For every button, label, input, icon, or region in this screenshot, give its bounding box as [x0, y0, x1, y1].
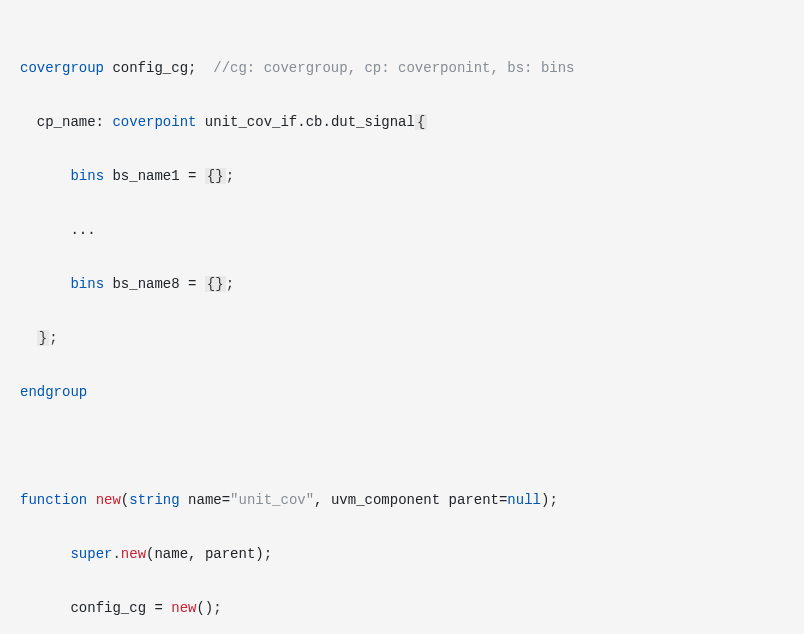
indent	[20, 600, 70, 616]
identifier: bs_name8 =	[104, 276, 205, 292]
code-line: covergroup config_cg; //cg: covergroup, …	[20, 55, 784, 82]
code-line: ...	[20, 217, 784, 244]
code-line: cp_name: coverpoint unit_cov_if.cb.dut_s…	[20, 109, 784, 136]
keyword-coverpoint: coverpoint	[112, 114, 196, 130]
code-line: endgroup	[20, 379, 784, 406]
comma: ,	[314, 492, 331, 508]
identifier: cp_name:	[37, 114, 113, 130]
identifier: bs_name1 =	[104, 168, 205, 184]
ellipsis: ...	[70, 222, 95, 238]
keyword-endgroup: endgroup	[20, 384, 87, 400]
indent	[20, 330, 37, 346]
keyword-super: super	[70, 546, 112, 562]
keyword-string: string	[129, 492, 179, 508]
code-line: super.new(name, parent);	[20, 541, 784, 568]
semicolon: ;	[226, 168, 234, 184]
string-literal: "unit_cov"	[230, 492, 314, 508]
semicolon: ;	[226, 276, 234, 292]
code-line: function new(string name="unit_cov", uvm…	[20, 487, 784, 514]
semicolon: ;	[213, 600, 221, 616]
identifier: config_cg =	[70, 600, 171, 616]
keyword-bins: bins	[70, 276, 104, 292]
semicolon: ;	[49, 330, 57, 346]
identifier: name, parent	[154, 546, 255, 562]
indent	[20, 222, 70, 238]
code-line: config_cg = new();	[20, 595, 784, 622]
code-line-empty	[20, 433, 784, 460]
code-block: covergroup config_cg; //cg: covergroup, …	[20, 28, 784, 634]
paren-open: (	[121, 492, 129, 508]
keyword-new: new	[121, 546, 146, 562]
brace-close: }	[37, 330, 49, 346]
braces: {}	[205, 276, 226, 292]
code-line: bins bs_name8 = {};	[20, 271, 784, 298]
indent	[20, 546, 70, 562]
keyword-bins: bins	[70, 168, 104, 184]
keyword-new: new	[171, 600, 196, 616]
code-line: bins bs_name1 = {};	[20, 163, 784, 190]
braces: {}	[205, 168, 226, 184]
semicolon: ;	[549, 492, 557, 508]
identifier: config_cg	[104, 60, 188, 76]
keyword-function: function	[20, 492, 87, 508]
indent	[20, 114, 37, 130]
identifier: name=	[180, 492, 230, 508]
dot: .	[112, 546, 120, 562]
identifier: uvm_component parent=	[331, 492, 507, 508]
space	[87, 492, 95, 508]
parens: ()	[196, 600, 213, 616]
semicolon: ;	[264, 546, 272, 562]
indent	[20, 168, 70, 184]
keyword-new: new	[96, 492, 121, 508]
paren-close: )	[255, 546, 263, 562]
keyword-covergroup: covergroup	[20, 60, 104, 76]
keyword-null: null	[507, 492, 541, 508]
identifier: unit_cov_if.cb.dut_signal	[196, 114, 414, 130]
comment: //cg: covergroup, cp: coverponint, bs: b…	[196, 60, 574, 76]
indent	[20, 276, 70, 292]
code-line: };	[20, 325, 784, 352]
brace-open: {	[415, 114, 427, 130]
